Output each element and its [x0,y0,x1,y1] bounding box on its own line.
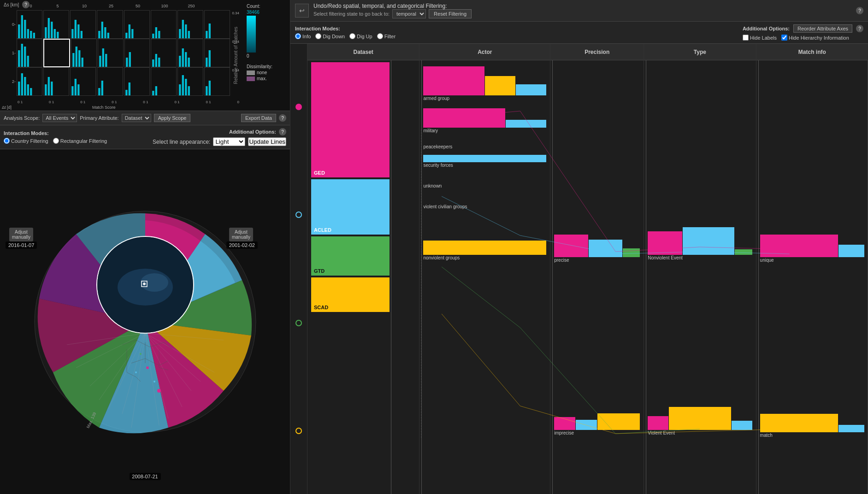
dig-up-label[interactable]: Dig Up [349,33,372,39]
dissim-none-bar [247,71,255,75]
analysis-scope-select[interactable]: All Events [42,114,77,122]
svg-rect-1 [21,15,23,38]
undo-redo-icon[interactable]: ↩ [295,4,309,18]
hist-cell [17,39,42,67]
svg-rect-53 [18,82,20,95]
right-panel: ↩ Undo/Redo spatial, temporal, and categ… [290,0,868,494]
analysis-scope-bar: Analysis Scope: All Events Primary Attri… [0,111,290,125]
violent-event-bar-pink [648,416,668,430]
temporal-select[interactable]: temporal [392,9,426,18]
svg-rect-41 [105,54,107,67]
dataset-axis-line [391,60,391,494]
svg-rect-37 [78,50,80,67]
hist-cell [177,10,203,39]
rectangular-filtering-radio[interactable] [53,138,59,144]
svg-rect-31 [18,50,20,67]
info-radio[interactable] [295,33,301,39]
acled-bar-container[interactable]: ACLED [311,179,415,235]
x-axis-labels: 0 5 10 25 50 100 250 [18,4,234,8]
map-area: Max. 139 Adjustmanually 2016-01-07 Adjus… [0,149,290,494]
ged-bar: GED [311,62,390,177]
svg-rect-19 [125,33,127,38]
svg-rect-22 [152,34,154,38]
scad-bar-container[interactable]: SCAD [311,277,415,312]
reorder-axes-button[interactable]: Reorder Attribute Axes [793,24,852,33]
hide-hierarchy-label[interactable]: Hide Hierarchy Information [781,35,849,41]
date-left-label: 2016-01-07 [6,241,37,249]
precise-label: precise [554,258,640,263]
svg-rect-32 [21,44,23,67]
svg-point-98 [154,381,155,382]
svg-rect-51 [206,58,207,67]
svg-rect-49 [185,52,187,67]
svg-point-100 [157,389,161,393]
actor-header: Actor [419,44,550,60]
adjust-left-label: Adjustmanually [9,228,33,241]
count-legend: Count: 38466 0 Dissimilarity: none max. [247,4,288,81]
svg-rect-56 [27,84,29,95]
hide-labels-checkbox[interactable] [743,35,749,41]
hist-cell [151,67,177,96]
filter-label[interactable]: Filter [377,33,396,39]
nonviolent-event-bar-green [735,249,752,255]
export-data-button[interactable]: Export Data [241,114,276,122]
svg-rect-48 [182,48,184,67]
undo-redo-help[interactable]: ? [856,7,863,14]
apply-scope-button[interactable]: Apply Scope [154,114,191,122]
hist-cell [17,10,42,39]
match-info-body: unique match [756,60,868,494]
unique-label: unique [760,258,864,263]
svg-rect-65 [101,81,103,95]
hist-row-0: 0- [2,10,239,39]
dataset-dot-ged[interactable] [295,104,302,110]
dataset-dot-gtd[interactable] [295,320,302,326]
svg-rect-7 [48,18,50,38]
precise-bar-blue [589,240,623,258]
dataset-dot-acled[interactable] [295,212,302,218]
primary-attr-select[interactable]: Dataset [122,114,151,122]
gtd-bar-container[interactable]: GTD [311,236,415,276]
svg-rect-6 [45,27,47,38]
dataset-dot-scad[interactable] [295,428,302,434]
analysis-scope-help[interactable]: ? [279,114,286,122]
count-gradient [247,16,256,53]
undo-redo-bar: ↩ Undo/Redo spatial, temporal, and categ… [290,0,868,22]
scad-bar: SCAD [311,277,390,312]
reset-filtering-button[interactable]: Reset Filtering [429,9,472,18]
relative-amount-label: Relative Amount of Matches [233,27,238,84]
svg-rect-9 [54,29,56,38]
country-filtering-label[interactable]: Country Filtering [4,138,48,144]
svg-rect-50 [188,58,190,67]
match-bar-blue [838,425,864,432]
delta-t-label: Δt [d] [2,105,12,110]
update-lines-button[interactable]: Update Lines [248,137,286,146]
hist-cell [124,39,150,67]
filter-radio[interactable] [377,33,383,39]
svg-rect-72 [185,79,187,95]
violent-event-bar-yellow [669,407,731,430]
hist-cell-highlighted[interactable] [43,39,70,67]
line-appearance-select[interactable]: Light Dark Medium [213,137,245,146]
country-filtering-radio[interactable] [4,138,10,144]
svg-rect-25 [179,29,181,38]
additional-options-right-title: Additional Options: [743,26,790,31]
dig-down-radio[interactable] [315,33,321,39]
hide-labels-label[interactable]: Hide Labels [743,35,777,41]
right-options-help[interactable]: ? [856,25,863,32]
rectangular-filtering-label[interactable]: Rectangular Filtering [53,138,107,144]
svg-rect-30 [209,24,211,38]
type-column: Type Nonviolent Event [644,44,756,494]
hist-cell [43,10,69,39]
precise-bar-pink [554,235,588,258]
dig-up-radio[interactable] [349,33,355,39]
dig-down-label[interactable]: Dig Down [315,33,345,39]
right-interaction-title: Interaction Modes: [295,26,396,31]
hide-hierarchy-checkbox[interactable] [781,35,787,41]
info-label[interactable]: Info [295,33,311,39]
left-options-help[interactable]: ? [279,128,286,135]
left-mode-radio-group: Country Filtering Rectangular Filtering [4,138,107,144]
svg-rect-63 [77,84,79,95]
ged-bar-container[interactable]: GED [311,62,415,177]
acled-bar: ACLED [311,179,390,235]
svg-rect-27 [185,24,187,38]
